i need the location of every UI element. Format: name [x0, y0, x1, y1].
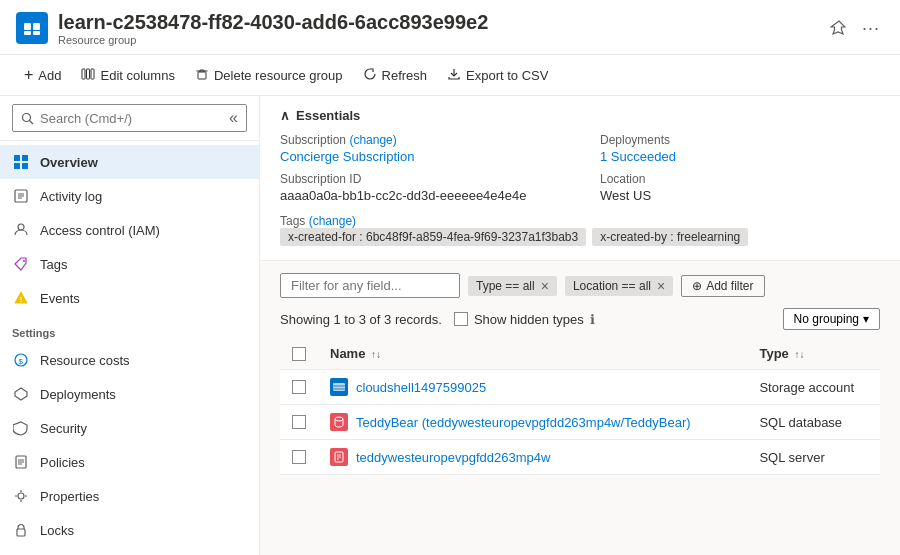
location-filter-label: Location == all	[573, 279, 651, 293]
location-filter-remove[interactable]: ×	[657, 279, 665, 293]
svg-point-24	[20, 301, 21, 302]
row1-checkbox[interactable]	[292, 380, 306, 394]
add-icon: +	[24, 66, 33, 84]
edit-columns-icon	[81, 67, 95, 84]
policies-icon	[12, 453, 30, 471]
svg-point-20	[18, 224, 24, 230]
tag-badges: x-created-for : 6bc48f9f-a859-4fea-9f69-…	[280, 228, 880, 246]
header-actions: ···	[826, 14, 884, 43]
sidebar-nav: Overview Activity log Access control (IA…	[0, 141, 259, 551]
sidebar-item-events[interactable]: Events	[0, 281, 259, 315]
svg-rect-1	[33, 23, 40, 30]
search-input[interactable]	[40, 111, 223, 126]
row2-name-link[interactable]: TeddyBear (teddywesteuropevpgfdd263mp4w/…	[356, 415, 691, 430]
row1-name-link[interactable]: cloudshell1497599025	[356, 380, 486, 395]
svg-rect-13	[22, 155, 28, 161]
deployments-icon	[12, 385, 30, 403]
sidebar-item-label: Activity log	[40, 189, 102, 204]
resource-costs-icon: $	[12, 351, 30, 369]
header-name: Name ↑↓	[318, 338, 747, 370]
delete-label: Delete resource group	[214, 68, 343, 83]
sidebar-item-resource-costs[interactable]: $ Resource costs	[0, 343, 259, 377]
settings-section-header: Settings	[0, 319, 259, 343]
search-box[interactable]: «	[12, 104, 247, 132]
sidebar-item-activity-log[interactable]: Activity log	[0, 179, 259, 213]
sidebar-item-tags[interactable]: Tags	[0, 247, 259, 281]
sidebar-item-label: Events	[40, 291, 80, 306]
row1-checkbox-cell	[280, 370, 318, 405]
sidebar-item-security[interactable]: Security	[0, 411, 259, 445]
content-area: ∧ Essentials Subscription (change) Conci…	[260, 96, 900, 555]
sidebar-search-area: «	[0, 96, 259, 141]
refresh-button[interactable]: Refresh	[355, 62, 436, 89]
header-type: Type ↑↓	[747, 338, 880, 370]
sidebar-collapse-button[interactable]: «	[229, 109, 238, 127]
svg-rect-5	[87, 69, 90, 79]
resources-table: Name ↑↓ Type ↑↓	[280, 338, 880, 475]
type-sort-icon[interactable]: ↑↓	[794, 349, 804, 360]
add-filter-button[interactable]: ⊕ Add filter	[681, 275, 764, 297]
subscription-item: Subscription (change) Concierge Subscrip…	[280, 133, 560, 164]
events-icon	[12, 289, 30, 307]
svg-point-10	[23, 113, 31, 121]
location-label: Location	[600, 172, 880, 186]
subscription-change-link[interactable]: (change)	[349, 133, 396, 147]
svg-point-31	[18, 493, 24, 499]
table-row: teddywesteuropevpgfdd263mp4w SQL server	[280, 440, 880, 475]
essentials-header[interactable]: ∧ Essentials	[280, 108, 880, 123]
activity-log-icon	[12, 187, 30, 205]
page-title: learn-c2538478-ff82-4030-add6-6acc893e99…	[58, 10, 488, 34]
resources-section: Type == all × Location == all × ⊕ Add fi…	[260, 261, 900, 487]
essentials-chevron-icon: ∧	[280, 108, 290, 123]
show-hidden-checkbox[interactable]	[454, 312, 468, 326]
more-button[interactable]: ···	[858, 14, 884, 43]
pin-button[interactable]	[826, 16, 850, 40]
header-title-group: learn-c2538478-ff82-4030-add6-6acc893e99…	[58, 10, 488, 46]
sidebar-item-access-control[interactable]: Access control (IAM)	[0, 213, 259, 247]
row3-name-cell: teddywesteuropevpgfdd263mp4w	[318, 440, 747, 475]
name-sort-icon[interactable]: ↑↓	[371, 349, 381, 360]
sidebar-item-locks[interactable]: Locks	[0, 513, 259, 547]
location-filter-tag: Location == all ×	[565, 276, 673, 296]
export-icon	[447, 67, 461, 84]
show-hidden-label[interactable]: Show hidden types ℹ	[454, 312, 595, 327]
edit-columns-label: Edit columns	[100, 68, 174, 83]
essentials-title: Essentials	[296, 108, 360, 123]
svg-rect-36	[17, 529, 25, 536]
security-icon	[12, 419, 30, 437]
edit-columns-button[interactable]: Edit columns	[73, 62, 182, 89]
filter-input[interactable]	[280, 273, 460, 298]
location-item: Location West US	[600, 172, 880, 203]
svg-rect-15	[22, 163, 28, 169]
delete-button[interactable]: Delete resource group	[187, 62, 351, 89]
sidebar-item-properties[interactable]: Properties	[0, 479, 259, 513]
sidebar-item-label: Access control (IAM)	[40, 223, 160, 238]
tags-row: Tags (change) x-created-for : 6bc48f9f-a…	[280, 213, 880, 246]
page-subtitle: Resource group	[58, 34, 488, 46]
row3-checkbox[interactable]	[292, 450, 306, 464]
add-button[interactable]: + Add	[16, 61, 69, 89]
subscription-label: Subscription (change)	[280, 133, 560, 147]
deployments-label: Deployments	[600, 133, 880, 147]
add-filter-label: Add filter	[706, 279, 753, 293]
sidebar-item-overview[interactable]: Overview	[0, 145, 259, 179]
deployments-value[interactable]: 1 Succeeded	[600, 149, 880, 164]
overview-icon	[12, 153, 30, 171]
tags-change-link[interactable]: (change)	[309, 214, 356, 228]
row3-type-cell: SQL server	[747, 440, 880, 475]
subscription-value[interactable]: Concierge Subscription	[280, 149, 560, 164]
row3-name-link[interactable]: teddywesteuropevpgfdd263mp4w	[356, 450, 550, 465]
export-button[interactable]: Export to CSV	[439, 62, 556, 89]
row2-checkbox[interactable]	[292, 415, 306, 429]
select-all-checkbox[interactable]	[292, 347, 306, 361]
sidebar-item-policies[interactable]: Policies	[0, 445, 259, 479]
tags-icon	[12, 255, 30, 273]
sidebar-item-label: Properties	[40, 489, 99, 504]
no-grouping-button[interactable]: No grouping ▾	[783, 308, 880, 330]
svg-point-40	[335, 417, 343, 421]
subscription-id-item: Subscription ID aaaa0a0a-bb1b-cc2c-dd3d-…	[280, 172, 560, 203]
info-icon: ℹ	[590, 312, 595, 327]
type-filter-remove[interactable]: ×	[541, 279, 549, 293]
sidebar-item-deployments[interactable]: Deployments	[0, 377, 259, 411]
subscription-id-value: aaaa0a0a-bb1b-cc2c-dd3d-eeeeee4e4e4e	[280, 188, 560, 203]
